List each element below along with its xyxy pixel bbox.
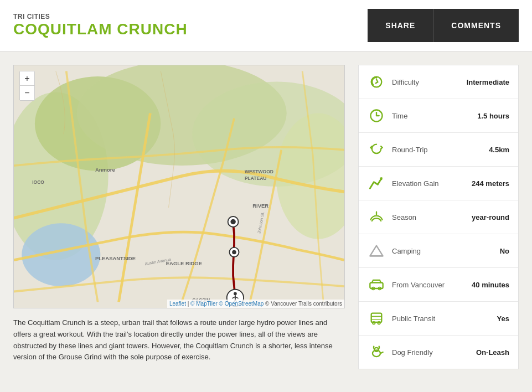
- info-label-camping: Camping: [392, 247, 500, 255]
- info-label-from-vancouver: From Vancouver: [392, 281, 472, 289]
- info-label-season: Season: [392, 213, 472, 221]
- svg-point-20: [232, 250, 236, 255]
- info-row-camping: CampingNo: [359, 234, 518, 268]
- elevation-icon: [368, 174, 385, 192]
- clock-icon: [368, 107, 385, 125]
- info-row-elevation: Elevation Gain244 meters: [359, 167, 518, 200]
- loop-icon: [368, 141, 385, 158]
- attribution-text: Leaflet | © MapTiler © OpenStreetMap © V…: [169, 301, 342, 307]
- svg-text:WESTWOOD: WESTWOOD: [245, 169, 273, 174]
- map-zoom-controls: + −: [19, 71, 35, 101]
- left-panel: Anmore PLEASANTSIDE EAGLE RIDGE RIVER WE…: [13, 65, 345, 369]
- svg-text:IOCO: IOCO: [32, 179, 44, 185]
- trail-name: COQUITLAM CRUNCH: [13, 20, 188, 38]
- page-header: TRI CITIES COQUITLAM CRUNCH SHARE COMMEN…: [0, 0, 532, 51]
- camping-icon: [368, 242, 385, 260]
- info-value-dog-friendly: On-Leash: [476, 348, 509, 357]
- svg-marker-33: [370, 246, 383, 256]
- svg-point-22: [234, 292, 237, 295]
- speed-icon: [368, 73, 385, 91]
- svg-text:RIVER: RIVER: [252, 203, 268, 209]
- maptiler-link[interactable]: © MapTiler: [190, 301, 218, 307]
- info-row-dog-friendly: Dog FriendlyOn-Leash: [359, 336, 518, 369]
- car-icon: [368, 276, 385, 293]
- osm-link[interactable]: © OpenStreetMap: [219, 301, 264, 307]
- svg-rect-38: [371, 313, 382, 322]
- map-container[interactable]: Anmore PLEASANTSIDE EAGLE RIDGE RIVER WE…: [13, 65, 345, 308]
- header-titles: TRI CITIES COQUITLAM CRUNCH: [13, 13, 188, 38]
- info-label-public-transit: Public Transit: [392, 314, 497, 323]
- info-label-elevation: Elevation Gain: [392, 179, 472, 188]
- info-value-time: 1.5 hours: [477, 112, 509, 120]
- trail-description: The Coquitlam Crunch is a steep, urban t…: [13, 317, 345, 363]
- comments-button[interactable]: COMMENTS: [433, 9, 519, 42]
- svg-text:PLEASANTSIDE: PLEASANTSIDE: [95, 255, 136, 261]
- main-content: Anmore PLEASANTSIDE EAGLE RIDGE RIVER WE…: [0, 51, 532, 383]
- map-svg: Anmore PLEASANTSIDE EAGLE RIDGE RIVER WE…: [14, 65, 344, 308]
- info-label-difficulty: Difficulty: [392, 78, 467, 86]
- bus-icon: [368, 310, 385, 327]
- info-value-public-transit: Yes: [497, 314, 509, 323]
- info-label-round-trip: Round-Trip: [392, 146, 489, 154]
- info-label-time: Time: [392, 112, 477, 120]
- zoom-out-button[interactable]: −: [20, 86, 34, 100]
- dog-icon: [368, 343, 385, 361]
- season-icon: [368, 208, 385, 226]
- leaflet-link[interactable]: Leaflet: [169, 301, 186, 307]
- info-row-season: Seasonyear-round: [359, 200, 518, 234]
- info-row-round-trip: Round-Trip4.5km: [359, 133, 518, 167]
- zoom-in-button[interactable]: +: [20, 71, 34, 86]
- svg-text:PLATEAU: PLATEAU: [245, 176, 267, 181]
- svg-point-18: [230, 219, 235, 224]
- info-row-time: Time1.5 hours: [359, 99, 518, 133]
- info-panel: DifficultyIntermediate Time1.5 hours Rou…: [358, 65, 519, 369]
- info-row-from-vancouver: From Vancouver40 minutes: [359, 268, 518, 302]
- info-row-difficulty: DifficultyIntermediate: [359, 65, 518, 99]
- svg-text:Anmore: Anmore: [95, 167, 115, 173]
- map-attribution: Leaflet | © MapTiler © OpenStreetMap © V…: [167, 300, 344, 308]
- info-value-round-trip: 4.5km: [489, 146, 509, 154]
- info-value-difficulty: Intermediate: [467, 78, 509, 86]
- region-label: TRI CITIES: [13, 13, 188, 20]
- info-row-public-transit: Public TransitYes: [359, 302, 518, 336]
- info-label-dog-friendly: Dog Friendly: [392, 348, 476, 357]
- info-value-elevation: 244 meters: [472, 179, 509, 188]
- share-button[interactable]: SHARE: [368, 9, 433, 42]
- info-value-season: year-round: [472, 213, 509, 221]
- info-value-camping: No: [500, 247, 509, 255]
- info-value-from-vancouver: 40 minutes: [472, 281, 509, 289]
- header-actions: SHARE COMMENTS: [368, 9, 519, 42]
